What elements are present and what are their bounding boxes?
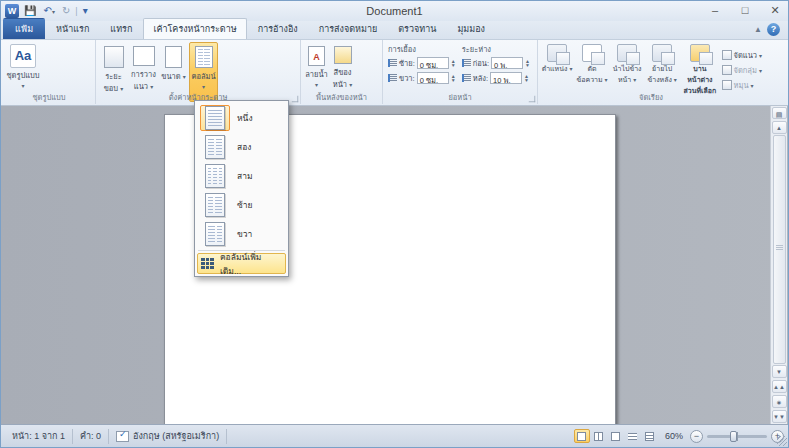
bring-forward-button[interactable]: นำไปข้างหน้า ▾: [611, 44, 643, 96]
page-indicator[interactable]: หน้า: 1 จาก 1: [5, 429, 73, 444]
spacing-after-spinner[interactable]: ▲▼: [524, 74, 529, 82]
three-columns-icon: [205, 164, 225, 188]
paragraph-dialog-launcher[interactable]: [529, 96, 535, 102]
columns-icon: [195, 46, 213, 68]
previous-page-icon[interactable]: ▲▲: [772, 380, 787, 393]
selection-pane-icon: [690, 44, 710, 62]
indent-section: การเยื้อง ซ้าย: 0 ซม. ▲▼ ขวา: 0 ซม. ▲▼: [388, 43, 456, 87]
page-setup-dialog-launcher[interactable]: [292, 96, 298, 102]
indent-left-label: ซ้าย:: [399, 57, 415, 69]
tab-mailings[interactable]: การส่งจดหมาย: [309, 18, 388, 39]
ribbon: Aa ชุดรูปแบบ ▾ สี▾ A แบบอักษร▾ ลักษณะพิเ…: [1, 40, 788, 106]
scrollbar-track[interactable]: [773, 135, 786, 364]
next-page-icon[interactable]: ▼▼: [772, 410, 787, 423]
spacing-after-input[interactable]: 10 พ.: [490, 72, 522, 84]
ruler-toggle-icon[interactable]: ▤: [772, 107, 787, 119]
more-columns-menu-item[interactable]: คอลัมน์เพิ่มเติม...: [197, 253, 286, 274]
scrollbar-thumb[interactable]: [776, 245, 783, 250]
zoom-out-button[interactable]: −: [690, 430, 703, 443]
view-switcher: [574, 429, 658, 443]
send-backward-icon: [652, 44, 672, 62]
group-page-background: A ลายน้ำ ▾ สีของหน้า ▾ เส้นขอบของหน้า พื…: [301, 40, 383, 104]
position-button[interactable]: ตำแหน่ง ▾: [541, 44, 573, 96]
select-browse-object-icon[interactable]: ◉: [772, 395, 787, 408]
outline-view-button[interactable]: [625, 429, 641, 443]
spacing-before-icon: [462, 59, 471, 67]
status-bar: หน้า: 1 จาก 1 คำ: 0 อังกฤษ (สหรัฐอเมริกา…: [1, 424, 788, 447]
web-layout-view-button[interactable]: [608, 429, 624, 443]
more-columns-icon: [201, 258, 214, 269]
group-label-themes: ชุดรูปแบบ: [3, 91, 95, 103]
tab-insert[interactable]: แทรก: [100, 18, 142, 39]
zoom-level[interactable]: 60%: [665, 431, 683, 441]
group-arrange: ตำแหน่ง ▾ ตัดข้อความ ▾ นำไปข้างหน้า ▾ ย้…: [538, 40, 764, 104]
rotate-button[interactable]: หมุน▾: [722, 79, 762, 91]
spacing-before-label: ก่อน:: [473, 57, 489, 69]
tab-references[interactable]: การอ้างอิง: [248, 18, 308, 39]
fullscreen-reading-view-button[interactable]: [591, 429, 607, 443]
indent-right-label: ขวา:: [399, 72, 415, 84]
orientation-icon: [133, 46, 155, 66]
spacing-before-input[interactable]: 0 พ.: [491, 57, 523, 69]
vertical-scrollbar[interactable]: ▤ ▲ ▼ ▲▲ ◉ ▼▼: [770, 106, 787, 424]
print-layout-view-button[interactable]: [574, 429, 590, 443]
page-color-icon: [334, 46, 352, 64]
draft-view-button[interactable]: [642, 429, 658, 443]
ribbon-tabs: แฟ้ม หน้าแรก แทรก เค้าโครงหน้ากระดาษ การ…: [1, 21, 788, 40]
spacing-after-label: หลัง:: [473, 72, 488, 84]
tab-file[interactable]: แฟ้ม: [3, 18, 45, 39]
zoom-thumb[interactable]: [730, 431, 737, 442]
indent-right-spinner[interactable]: ▲▼: [451, 74, 456, 82]
indent-right-input[interactable]: 0 ซม.: [417, 72, 449, 84]
spacing-section: ระยะห่าง ก่อน: 0 พ. ▲▼ หลัง: 10 พ. ▲▼: [462, 43, 530, 87]
one-column-icon: [205, 106, 225, 130]
zoom-track[interactable]: [707, 435, 767, 438]
columns-menu-item-one[interactable]: หนึ่ง: [197, 103, 286, 132]
themes-aa-icon: Aa: [10, 44, 36, 68]
window-title: Document1: [1, 5, 788, 17]
selection-pane-button[interactable]: บานหน้าต่างส่วนที่เลือก: [681, 44, 718, 96]
language-indicator[interactable]: อังกฤษ (สหรัฐอเมริกา): [109, 429, 227, 444]
group-paragraph: การเยื้อง ซ้าย: 0 ซม. ▲▼ ขวา: 0 ซม. ▲▼: [383, 40, 538, 104]
wrap-text-button[interactable]: ตัดข้อความ ▾: [576, 44, 608, 96]
close-button[interactable]: ✕: [766, 2, 784, 18]
send-backward-button[interactable]: ย้ายไปข้างหลัง ▾: [646, 44, 678, 96]
maximize-button[interactable]: □: [736, 2, 754, 18]
columns-dropdown-menu: หนึ่ง สอง สาม ซ้าย ขวา คอลัมน์เพิ่มเติม.…: [194, 100, 289, 277]
help-icon[interactable]: ?: [767, 23, 780, 36]
group-objects-button[interactable]: จัดกลุ่ม▾: [722, 64, 762, 76]
indent-left-spinner[interactable]: ▲▼: [451, 59, 456, 67]
spacing-after-icon: [462, 74, 471, 82]
align-button[interactable]: จัดแนว▾: [722, 49, 762, 61]
tab-review[interactable]: ตรวจทาน: [388, 18, 446, 39]
columns-menu-item-right[interactable]: ขวา: [197, 219, 286, 248]
minimize-button[interactable]: –: [706, 2, 724, 18]
group-themes: Aa ชุดรูปแบบ ▾ สี▾ A แบบอักษร▾ ลักษณะพิเ…: [3, 40, 96, 104]
scroll-down-icon[interactable]: ▼: [772, 365, 787, 378]
bring-forward-icon: [617, 44, 637, 62]
group-page-setup: ระยะขอบ ▾ การวางแนว ▾ ขนาด ▾ คอลัมน์ ▾ ต…: [96, 40, 301, 104]
indent-left-input[interactable]: 0 ซม.: [417, 57, 449, 69]
tab-view[interactable]: มุมมอง: [447, 18, 495, 39]
tab-page-layout[interactable]: เค้าโครงหน้ากระดาษ: [143, 18, 246, 39]
rotate-icon: [722, 80, 732, 90]
indent-header: การเยื้อง: [388, 43, 456, 55]
columns-menu-item-two[interactable]: สอง: [197, 132, 286, 161]
scroll-up-icon[interactable]: ▲: [772, 121, 787, 134]
tab-home[interactable]: หน้าแรก: [46, 18, 99, 39]
columns-menu-item-three[interactable]: สาม: [197, 161, 286, 190]
margins-icon: [104, 46, 124, 68]
columns-menu-item-left[interactable]: ซ้าย: [197, 190, 286, 219]
right-column-icon: [205, 222, 225, 246]
word-count[interactable]: คำ: 0: [73, 429, 109, 444]
group-label-arrange: จัดเรียง: [538, 91, 764, 103]
spacing-before-spinner[interactable]: ▲▼: [525, 59, 530, 67]
document-area: ▤ ▲ ▼ ▲▲ ◉ ▼▼: [1, 106, 788, 424]
collapse-ribbon-icon[interactable]: ▲: [754, 25, 762, 34]
size-icon: [165, 46, 182, 68]
left-column-icon: [205, 193, 225, 217]
wrap-text-icon: [582, 44, 602, 62]
word-window: W 💾 ↶▾ ↻ | ▾ Document1 – □ ✕ แฟ้ม หน้าแร…: [0, 0, 789, 448]
resize-grip[interactable]: [777, 436, 787, 446]
watermark-icon: A: [308, 46, 325, 66]
